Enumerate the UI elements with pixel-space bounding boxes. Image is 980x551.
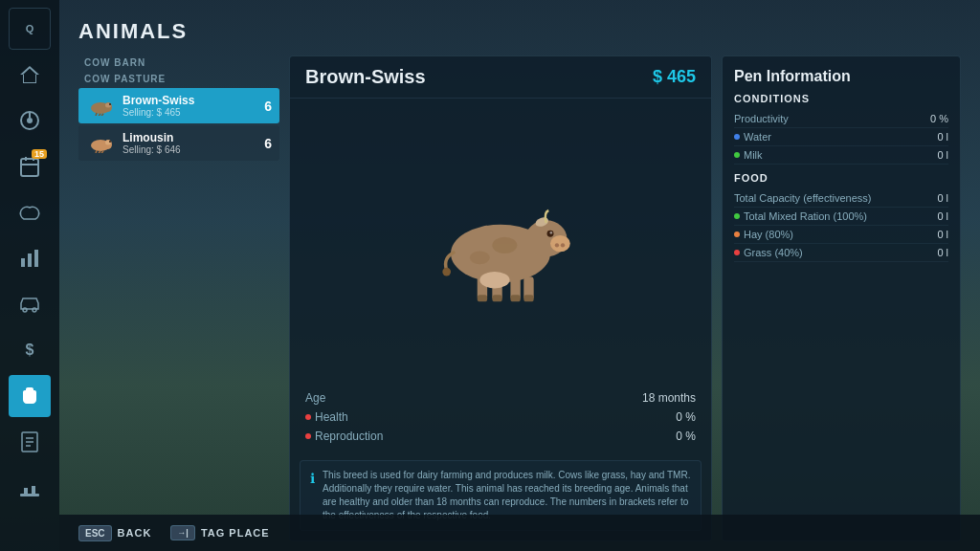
stat-reproduction: Reproduction 0 % xyxy=(305,430,696,443)
animal-count-brown-swiss: 6 xyxy=(264,99,272,114)
esc-key: ESC xyxy=(78,525,112,541)
tmr-dot xyxy=(734,213,740,219)
svg-point-50 xyxy=(442,268,451,276)
tag-place-label: TAG PLACE xyxy=(201,527,270,539)
animal-info-limousin: Limousin Selling: $ 646 xyxy=(122,131,258,155)
sidebar-item-quick[interactable]: Q xyxy=(9,8,51,50)
animal-selling-brown-swiss: Selling: $ 465 xyxy=(122,107,258,118)
svg-point-29 xyxy=(109,141,111,143)
svg-point-37 xyxy=(561,243,565,247)
cow-image xyxy=(414,179,587,303)
barn-label: COW BARN xyxy=(78,55,279,70)
pen-tmr: Total Mixed Ration (100%) 0 l xyxy=(734,208,948,226)
main-content: ANIMALS COW BARN COW PASTURE xyxy=(59,0,980,551)
svg-point-36 xyxy=(555,243,559,247)
repro-dot xyxy=(305,433,311,439)
svg-point-1 xyxy=(27,118,33,123)
svg-rect-47 xyxy=(510,295,520,301)
animal-item-limousin[interactable]: Limousin Selling: $ 646 6 xyxy=(78,125,279,161)
svg-rect-45 xyxy=(478,295,487,301)
animal-detail-price: $ 465 xyxy=(653,67,696,87)
animal-name-brown-swiss: Brown-Swiss xyxy=(122,94,258,107)
conditions-heading: CONDITIONS xyxy=(734,93,948,104)
svg-point-10 xyxy=(23,308,27,312)
back-button[interactable]: ESC BACK xyxy=(78,525,151,541)
animal-stats: Age 18 months Health 0 % Reproduction 0 xyxy=(290,384,711,454)
svg-rect-18 xyxy=(32,486,35,494)
svg-point-52 xyxy=(470,251,490,264)
svg-point-39 xyxy=(550,231,553,234)
content-area: COW BARN COW PASTURE Brown-Swi xyxy=(78,55,961,541)
health-dot xyxy=(305,414,311,420)
hay-dot xyxy=(734,231,740,237)
sidebar-item-contracts[interactable] xyxy=(9,421,51,463)
svg-rect-8 xyxy=(28,253,32,267)
svg-rect-17 xyxy=(24,488,28,494)
svg-rect-46 xyxy=(492,295,501,301)
tag-place-button[interactable]: →| TAG PLACE xyxy=(170,525,269,540)
pen-info-panel: Pen Information CONDITIONS Productivity … xyxy=(722,55,961,541)
pen-water: Water 0 l xyxy=(734,128,948,146)
svg-rect-3 xyxy=(21,159,38,176)
animal-info-brown-swiss: Brown-Swiss Selling: $ 465 xyxy=(122,94,258,118)
grass-dot xyxy=(734,250,740,255)
sidebar-item-farm[interactable] xyxy=(9,54,51,96)
pen-info-title: Pen Information xyxy=(734,68,948,85)
svg-line-23 xyxy=(99,114,100,116)
stat-health: Health 0 % xyxy=(305,410,696,424)
animal-selling-limousin: Selling: $ 646 xyxy=(122,144,258,155)
bottom-bar: ESC BACK →| TAG PLACE xyxy=(59,515,980,551)
water-dot xyxy=(734,134,740,140)
milk-dot xyxy=(734,152,740,158)
animal-header: Brown-Swiss $ 465 xyxy=(290,56,711,99)
svg-line-31 xyxy=(101,151,103,153)
sidebar-item-finance[interactable]: $ xyxy=(9,329,51,371)
pen-hay: Hay (80%) 0 l xyxy=(734,226,948,244)
svg-line-25 xyxy=(96,113,97,116)
svg-point-35 xyxy=(550,235,570,252)
tag-key: →| xyxy=(170,525,195,540)
animal-icon-brown-swiss xyxy=(86,95,115,118)
svg-line-30 xyxy=(99,151,100,153)
pen-milk: Milk 0 l xyxy=(734,146,948,165)
sidebar-item-weather[interactable] xyxy=(9,191,51,233)
pasture-label: COW PASTURE xyxy=(78,72,279,86)
svg-line-32 xyxy=(96,150,97,153)
animal-name-limousin: Limousin xyxy=(122,131,258,144)
animal-list-panel: COW BARN COW PASTURE Brown-Swi xyxy=(78,55,279,541)
pen-productivity: Productivity 0 % xyxy=(734,110,948,128)
sidebar: Q 15 $ xyxy=(0,0,59,551)
svg-point-49 xyxy=(479,272,509,288)
calendar-badge: 15 xyxy=(32,149,47,159)
stat-age: Age 18 months xyxy=(305,391,696,405)
animal-count-limousin: 6 xyxy=(264,136,272,151)
animal-detail-name: Brown-Swiss xyxy=(305,66,426,88)
animal-item-brown-swiss[interactable]: Brown-Swiss Selling: $ 465 6 xyxy=(78,88,279,123)
svg-rect-9 xyxy=(34,250,38,267)
sidebar-item-calendar[interactable]: 15 xyxy=(9,145,51,187)
sidebar-item-steering[interactable] xyxy=(9,99,51,142)
animal-image-area xyxy=(290,99,711,384)
svg-point-11 xyxy=(33,308,36,312)
sidebar-item-stats[interactable] xyxy=(9,237,51,279)
sidebar-item-vehicles[interactable] xyxy=(9,283,51,325)
back-label: BACK xyxy=(118,527,152,539)
svg-line-24 xyxy=(101,114,103,116)
svg-rect-48 xyxy=(523,295,533,301)
animal-icon-limousin xyxy=(86,132,115,155)
svg-point-22 xyxy=(109,103,111,105)
sidebar-item-workers[interactable] xyxy=(9,467,51,509)
svg-point-51 xyxy=(492,237,517,253)
page-title: ANIMALS xyxy=(78,19,961,44)
pen-total-capacity: Total Capacity (effectiveness) 0 l xyxy=(734,189,948,208)
pen-grass: Grass (40%) 0 l xyxy=(734,244,948,262)
sidebar-item-animals[interactable] xyxy=(9,375,51,417)
food-heading: FOOD xyxy=(734,172,948,184)
svg-rect-7 xyxy=(21,258,25,267)
svg-rect-16 xyxy=(20,494,39,496)
animal-detail-panel: Brown-Swiss $ 465 xyxy=(289,55,712,541)
